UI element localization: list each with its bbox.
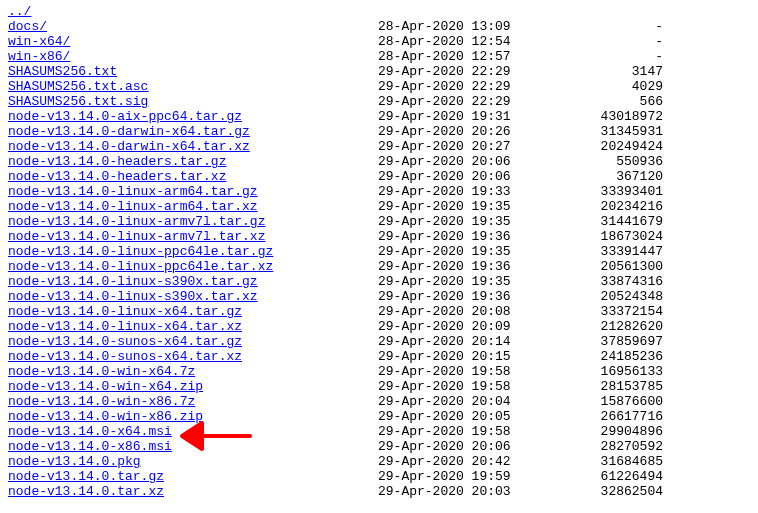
listing-row: node-v13.14.0-linux-x64.tar.xz29-Apr-202…: [8, 319, 750, 334]
file-date-cell: 29-Apr-2020 20:06: [378, 154, 523, 169]
file-link[interactable]: node-v13.14.0-win-x64.7z: [8, 364, 195, 379]
file-link[interactable]: node-v13.14.0-win-x64.zip: [8, 379, 203, 394]
file-name-cell: node-v13.14.0-linux-s390x.tar.gz: [8, 274, 378, 289]
file-size-cell: [523, 4, 663, 19]
file-link[interactable]: node-v13.14.0-win-x86.zip: [8, 409, 203, 424]
listing-row: node-v13.14.0.tar.gz29-Apr-2020 19:59612…: [8, 469, 750, 484]
file-link[interactable]: node-v13.14.0-x64.msi: [8, 424, 172, 439]
listing-row: node-v13.14.0-x64.msi29-Apr-2020 19:5829…: [8, 424, 750, 439]
file-link[interactable]: win-x86/: [8, 49, 70, 64]
file-link[interactable]: node-v13.14.0.tar.xz: [8, 484, 164, 499]
file-size-cell: 16956133: [523, 364, 663, 379]
file-date-cell: 29-Apr-2020 19:58: [378, 424, 523, 439]
file-link[interactable]: node-v13.14.0-sunos-x64.tar.xz: [8, 349, 242, 364]
listing-row: node-v13.14.0-win-x86.zip29-Apr-2020 20:…: [8, 409, 750, 424]
file-name-cell: node-v13.14.0-win-x64.zip: [8, 379, 378, 394]
listing-row: node-v13.14.0-win-x64.zip29-Apr-2020 19:…: [8, 379, 750, 394]
file-date-cell: 29-Apr-2020 19:35: [378, 199, 523, 214]
file-name-cell: node-v13.14.0-linux-armv7l.tar.xz: [8, 229, 378, 244]
listing-row: ../: [8, 4, 750, 19]
file-name-cell: SHASUMS256.txt: [8, 64, 378, 79]
file-link[interactable]: docs/: [8, 19, 47, 34]
listing-row: win-x86/28-Apr-2020 12:57-: [8, 49, 750, 64]
file-link[interactable]: node-v13.14.0-darwin-x64.tar.xz: [8, 139, 250, 154]
file-link[interactable]: SHASUMS256.txt.asc: [8, 79, 148, 94]
file-size-cell: 550936: [523, 154, 663, 169]
file-link[interactable]: node-v13.14.0-linux-x64.tar.gz: [8, 304, 242, 319]
file-link[interactable]: node-v13.14.0-linux-arm64.tar.gz: [8, 184, 258, 199]
listing-row: node-v13.14.0-linux-armv7l.tar.gz29-Apr-…: [8, 214, 750, 229]
file-date-cell: 29-Apr-2020 20:09: [378, 319, 523, 334]
file-size-cell: -: [523, 49, 663, 64]
file-link[interactable]: node-v13.14.0-linux-arm64.tar.xz: [8, 199, 258, 214]
file-name-cell: ../: [8, 4, 378, 19]
file-link[interactable]: node-v13.14.0-aix-ppc64.tar.gz: [8, 109, 242, 124]
file-link[interactable]: node-v13.14.0-linux-armv7l.tar.gz: [8, 214, 265, 229]
file-date-cell: 29-Apr-2020 20:14: [378, 334, 523, 349]
listing-row: node-v13.14.0-headers.tar.xz29-Apr-2020 …: [8, 169, 750, 184]
file-link[interactable]: node-v13.14.0-linux-x64.tar.xz: [8, 319, 242, 334]
file-link[interactable]: win-x64/: [8, 34, 70, 49]
file-name-cell: node-v13.14.0-linux-ppc64le.tar.gz: [8, 244, 378, 259]
file-link[interactable]: node-v13.14.0-linux-s390x.tar.gz: [8, 274, 258, 289]
file-size-cell: -: [523, 34, 663, 49]
file-link[interactable]: node-v13.14.0.tar.gz: [8, 469, 164, 484]
file-link[interactable]: node-v13.14.0-win-x86.7z: [8, 394, 195, 409]
file-date-cell: 28-Apr-2020 12:54: [378, 34, 523, 49]
file-size-cell: 33372154: [523, 304, 663, 319]
file-link[interactable]: node-v13.14.0-darwin-x64.tar.gz: [8, 124, 250, 139]
file-date-cell: 29-Apr-2020 20:05: [378, 409, 523, 424]
file-link[interactable]: node-v13.14.0-x86.msi: [8, 439, 172, 454]
file-size-cell: 15876600: [523, 394, 663, 409]
file-link[interactable]: node-v13.14.0.pkg: [8, 454, 141, 469]
file-link[interactable]: node-v13.14.0-headers.tar.gz: [8, 154, 226, 169]
file-link[interactable]: node-v13.14.0-linux-s390x.tar.xz: [8, 289, 258, 304]
file-size-cell: 37859697: [523, 334, 663, 349]
listing-row: SHASUMS256.txt.asc29-Apr-2020 22:294029: [8, 79, 750, 94]
listing-row: docs/28-Apr-2020 13:09-: [8, 19, 750, 34]
listing-row: node-v13.14.0-aix-ppc64.tar.gz29-Apr-202…: [8, 109, 750, 124]
file-size-cell: 566: [523, 94, 663, 109]
file-link[interactable]: node-v13.14.0-linux-ppc64le.tar.xz: [8, 259, 273, 274]
file-date-cell: 29-Apr-2020 22:29: [378, 64, 523, 79]
file-size-cell: 20561300: [523, 259, 663, 274]
listing-row: node-v13.14.0-linux-ppc64le.tar.gz29-Apr…: [8, 244, 750, 259]
file-date-cell: 29-Apr-2020 19:35: [378, 214, 523, 229]
file-size-cell: 20249424: [523, 139, 663, 154]
file-date-cell: 29-Apr-2020 20:08: [378, 304, 523, 319]
file-size-cell: 31684685: [523, 454, 663, 469]
file-size-cell: 26617716: [523, 409, 663, 424]
file-link[interactable]: node-v13.14.0-linux-armv7l.tar.xz: [8, 229, 265, 244]
file-name-cell: node-v13.14.0-linux-ppc64le.tar.xz: [8, 259, 378, 274]
file-link[interactable]: SHASUMS256.txt.sig: [8, 94, 148, 109]
file-date-cell: [378, 4, 523, 19]
file-name-cell: node-v13.14.0.pkg: [8, 454, 378, 469]
file-name-cell: SHASUMS256.txt.asc: [8, 79, 378, 94]
listing-row: node-v13.14.0-win-x64.7z29-Apr-2020 19:5…: [8, 364, 750, 379]
file-date-cell: 29-Apr-2020 20:04: [378, 394, 523, 409]
file-date-cell: 29-Apr-2020 20:15: [378, 349, 523, 364]
file-date-cell: 29-Apr-2020 22:29: [378, 79, 523, 94]
listing-row: SHASUMS256.txt29-Apr-2020 22:293147: [8, 64, 750, 79]
file-date-cell: 29-Apr-2020 19:59: [378, 469, 523, 484]
file-name-cell: node-v13.14.0-win-x64.7z: [8, 364, 378, 379]
listing-row: node-v13.14.0-sunos-x64.tar.gz29-Apr-202…: [8, 334, 750, 349]
file-link[interactable]: ../: [8, 4, 31, 19]
file-date-cell: 29-Apr-2020 20:42: [378, 454, 523, 469]
file-link[interactable]: node-v13.14.0-headers.tar.xz: [8, 169, 226, 184]
file-link[interactable]: node-v13.14.0-linux-ppc64le.tar.gz: [8, 244, 273, 259]
file-name-cell: node-v13.14.0-aix-ppc64.tar.gz: [8, 109, 378, 124]
file-size-cell: 61226494: [523, 469, 663, 484]
file-link[interactable]: node-v13.14.0-sunos-x64.tar.gz: [8, 334, 242, 349]
file-date-cell: 29-Apr-2020 22:29: [378, 94, 523, 109]
file-name-cell: node-v13.14.0-linux-arm64.tar.xz: [8, 199, 378, 214]
listing-row: node-v13.14.0-linux-arm64.tar.gz29-Apr-2…: [8, 184, 750, 199]
file-size-cell: 33874316: [523, 274, 663, 289]
file-size-cell: 33391447: [523, 244, 663, 259]
listing-row: node-v13.14.0-headers.tar.gz29-Apr-2020 …: [8, 154, 750, 169]
file-size-cell: 31345931: [523, 124, 663, 139]
file-name-cell: node-v13.14.0-linux-armv7l.tar.gz: [8, 214, 378, 229]
file-name-cell: node-v13.14.0-linux-x64.tar.xz: [8, 319, 378, 334]
file-link[interactable]: SHASUMS256.txt: [8, 64, 117, 79]
file-name-cell: win-x64/: [8, 34, 378, 49]
